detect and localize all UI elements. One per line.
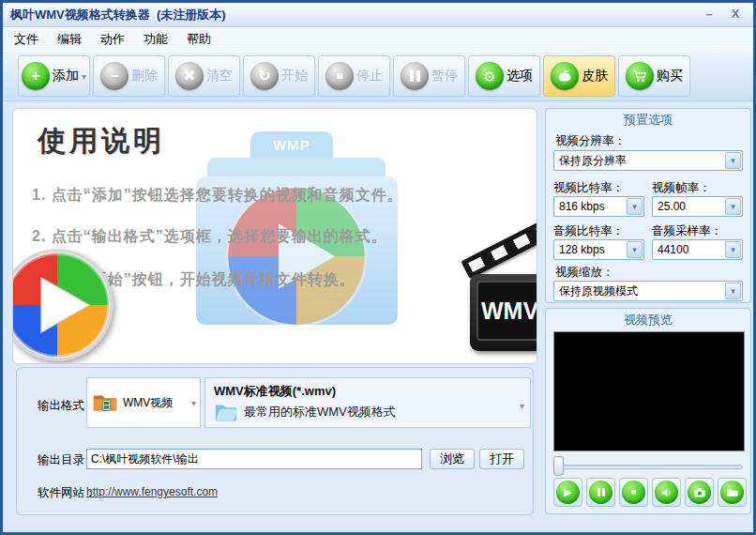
stop-icon: ■ xyxy=(325,62,354,90)
skin-button-label: 皮肤 xyxy=(582,68,608,84)
menu-file[interactable]: 文件 xyxy=(5,28,48,51)
options-button[interactable]: ⚙ 选项 xyxy=(468,55,540,97)
audio-samplerate-label: 音频采样率： xyxy=(652,223,722,239)
wmv-screen-graphic: WMV xyxy=(470,274,537,351)
chevron-down-icon: ▾ xyxy=(627,198,643,215)
start-button-label: 开始 xyxy=(281,68,308,84)
menu-action[interactable]: 动作 xyxy=(91,28,134,51)
clear-button-label: 清空 xyxy=(206,68,233,84)
seek-slider-thumb[interactable] xyxy=(553,456,564,476)
app-window: 枫叶WMV视频格式转换器 (未注册版本) – X 文件 编辑 动作 功能 帮助 … xyxy=(0,0,756,535)
stop-button[interactable]: ■ 停止 xyxy=(318,55,390,97)
seek-slider-track[interactable] xyxy=(555,465,743,469)
skin-button[interactable]: 皮肤 xyxy=(543,55,615,97)
usage-title: 使用说明 xyxy=(38,122,165,160)
cart-icon xyxy=(626,62,654,90)
menu-help[interactable]: 帮助 xyxy=(177,28,220,51)
format-preset-select[interactable]: WMV标准视频(*.wmv) 最常用的标准WMV视频格式 ▾ xyxy=(204,377,531,428)
presets-panel: 预置选项 视频分辨率： 保持原分辨率 ▾ 视频比特率： 视频帧率： 816 kb… xyxy=(545,108,751,303)
video-resolution-value: 保持原分辨率 xyxy=(559,153,627,169)
wmv-screen-label: WMV xyxy=(476,281,537,341)
clear-button[interactable]: ✖ 清空 xyxy=(168,55,240,97)
output-panel: 输出格式： WMV视频 ▾ WMV标准视频(*.wmv) 最常用的标准WMV视频… xyxy=(16,367,534,515)
preview-volume-button[interactable] xyxy=(652,478,681,507)
camera-icon xyxy=(688,481,711,504)
pause-button-label: 暂停 xyxy=(431,68,458,84)
menu-bar: 文件 编辑 动作 功能 帮助 xyxy=(3,27,753,51)
tools-icon: ⚙ xyxy=(476,62,504,90)
blue-folder-icon xyxy=(214,401,238,423)
toolbar: + 添加 ▾ − 删除 ✖ 清空 ↻ 开始 ■ 停止 暂停 ⚙ 选项 xyxy=(3,51,753,101)
open-button[interactable]: 打开 xyxy=(479,449,524,469)
audio-bitrate-select[interactable]: 128 kbps ▾ xyxy=(553,239,644,260)
output-dir-input[interactable] xyxy=(86,449,422,469)
stop-button-label: 停止 xyxy=(356,68,383,84)
preview-open-folder-button[interactable] xyxy=(718,478,747,507)
video-resolution-label: 视频分辨率： xyxy=(555,133,626,149)
preview-snapshot-button[interactable] xyxy=(685,478,714,507)
format-category-value: WMV视频 xyxy=(123,395,173,411)
options-button-label: 选项 xyxy=(507,68,533,84)
pause-icon xyxy=(401,62,429,90)
preview-panel-title: 视频预览 xyxy=(546,312,750,329)
format-category-select[interactable]: WMV视频 ▾ xyxy=(86,377,201,428)
video-scale-value: 保持原视频模式 xyxy=(559,283,638,299)
audio-samplerate-value: 44100 xyxy=(658,243,688,256)
window-title: 枫叶WMV视频格式转换器 (未注册版本) xyxy=(10,7,226,23)
stop-icon: ■ xyxy=(622,481,645,504)
presets-panel-title: 预置选项 xyxy=(546,112,750,129)
play-icon: ▶ xyxy=(556,481,580,504)
minimize-button[interactable]: – xyxy=(699,7,719,23)
pause-button[interactable]: 暂停 xyxy=(393,55,465,97)
pause-icon xyxy=(589,481,612,504)
audio-samplerate-select[interactable]: 44100 ▾ xyxy=(652,239,743,260)
delete-button[interactable]: − 删除 xyxy=(93,55,165,97)
video-preview-screen xyxy=(553,331,745,451)
chevron-down-icon: ▾ xyxy=(725,241,741,258)
preview-stop-button[interactable]: ■ xyxy=(619,478,648,507)
usage-panel: WMP 使用说明 1. 点击“添加”按钮选择您要转换的视频和音频文件。 2. 点… xyxy=(12,108,537,364)
orange-folder-icon xyxy=(91,389,119,417)
chevron-down-icon: ▾ xyxy=(725,198,741,215)
format-preset-desc: 最常用的标准WMV视频格式 xyxy=(244,404,396,420)
chevron-down-icon: ▾ xyxy=(627,241,643,258)
chevron-down-icon: ▾ xyxy=(191,398,196,408)
video-scale-select[interactable]: 保持原视频模式 ▾ xyxy=(553,281,743,301)
video-framerate-value: 25.00 xyxy=(658,200,686,213)
chevron-down-icon: ▾ xyxy=(82,71,86,82)
video-framerate-select[interactable]: 25.00 ▾ xyxy=(652,196,743,217)
instruction-step-2: 2. 点击“输出格式”选项框，选择您要输出的格式。 xyxy=(32,227,387,247)
chevron-down-icon: ▾ xyxy=(725,283,741,299)
buy-button-label: 购买 xyxy=(657,68,683,84)
browse-button[interactable]: 浏览 xyxy=(430,449,475,469)
plus-icon: + xyxy=(22,62,50,90)
video-resolution-select[interactable]: 保持原分辨率 ▾ xyxy=(553,150,743,171)
video-bitrate-select[interactable]: 816 kbps ▾ xyxy=(553,196,644,217)
instruction-step-1: 1. 点击“添加”按钮选择您要转换的视频和音频文件。 xyxy=(32,186,403,206)
delete-button-label: 删除 xyxy=(131,68,158,84)
apple-icon xyxy=(551,62,579,90)
speaker-icon xyxy=(655,481,678,504)
menu-edit[interactable]: 编辑 xyxy=(48,28,91,51)
close-button[interactable]: X xyxy=(725,7,746,23)
buy-button[interactable]: 购买 xyxy=(618,55,690,97)
add-button[interactable]: + 添加 ▾ xyxy=(18,55,90,97)
minus-icon: − xyxy=(100,62,129,90)
preview-play-button[interactable]: ▶ xyxy=(553,478,582,507)
preview-pause-button[interactable] xyxy=(586,478,615,507)
folder-icon xyxy=(720,481,744,504)
audio-bitrate-value: 128 kbps xyxy=(559,243,605,256)
site-link[interactable]: http://www.fengyesoft.com xyxy=(86,485,218,498)
menu-function[interactable]: 功能 xyxy=(134,28,177,51)
video-framerate-label: 视频帧率： xyxy=(652,180,711,196)
chevron-down-icon: ▾ xyxy=(520,401,524,411)
start-button[interactable]: ↻ 开始 xyxy=(243,55,315,97)
video-bitrate-label: 视频比特率： xyxy=(553,180,624,196)
start-icon: ↻ xyxy=(250,62,279,90)
wmp-player-logo xyxy=(12,248,114,362)
title-bar: 枫叶WMV视频格式转换器 (未注册版本) – X xyxy=(3,3,753,27)
clear-icon: ✖ xyxy=(175,62,204,90)
video-scale-label: 视频缩放： xyxy=(555,265,614,281)
video-bitrate-value: 816 kbps xyxy=(559,200,605,213)
preview-panel: 视频预览 ▶ ■ xyxy=(545,308,751,514)
